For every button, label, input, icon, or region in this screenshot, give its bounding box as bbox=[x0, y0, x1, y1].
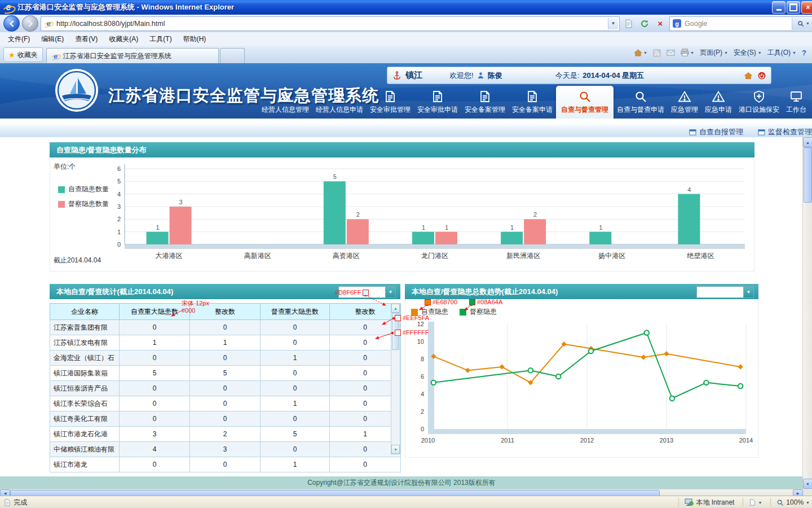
svg-text:高新港区: 高新港区 bbox=[244, 252, 271, 260]
page-menu[interactable]: 页面(P)▼ bbox=[700, 48, 728, 58]
zoom-control[interactable]: 100% ▼ bbox=[770, 498, 812, 507]
menu-help[interactable]: 帮助(H) bbox=[178, 33, 212, 46]
table-row[interactable]: 镇江港国际集装箱5500 bbox=[50, 366, 401, 381]
nav-item-2[interactable]: 经营人信息申请 bbox=[312, 87, 367, 119]
table-row[interactable]: 镇江市港龙石化港3251 bbox=[50, 427, 401, 442]
nav-item-1[interactable]: 经营人信息管理 bbox=[258, 87, 312, 119]
app-header: 江苏省港口安全监管与应急管理系统 镇江 欢迎您! 陈俊 今天是: 2014-04… bbox=[0, 63, 812, 119]
submenu-self-report[interactable]: 自查自报管理 bbox=[689, 127, 743, 137]
scroll-down-button[interactable]: ▼ bbox=[803, 479, 812, 489]
svg-text:0: 0 bbox=[421, 426, 424, 432]
address-toolbar: e ▼ × g ▼ bbox=[0, 15, 812, 33]
vertical-scrollbar[interactable]: ▲ ▼ bbox=[802, 137, 812, 489]
submenu-supervision[interactable]: 监督检查管理 bbox=[758, 127, 812, 137]
menu-edit[interactable]: 编辑(E) bbox=[36, 33, 69, 46]
tools-menu[interactable]: 工具(O)▼ bbox=[767, 48, 796, 58]
nav-item-3[interactable]: 安全审批管理 bbox=[367, 87, 414, 119]
search-box[interactable]: g ▼ bbox=[669, 16, 812, 31]
person-icon bbox=[279, 90, 292, 103]
table-row[interactable]: 金海宏业（镇江）石0010 bbox=[50, 351, 401, 366]
menu-favorites[interactable]: 收藏夹(A) bbox=[103, 33, 144, 46]
mail-button[interactable] bbox=[667, 49, 675, 56]
legend-item: 督察隐患数量 bbox=[58, 199, 109, 209]
svg-text:4: 4 bbox=[687, 186, 691, 193]
value-cell: 1 bbox=[120, 335, 190, 351]
nav-label: 经营人信息管理 bbox=[262, 105, 309, 115]
restore-button[interactable] bbox=[787, 1, 800, 14]
nav-item-8[interactable]: 自查与督查申请 bbox=[614, 87, 668, 119]
window-titlebar: e 江苏省港口安全监管与应急管理系统 - Windows Internet Ex… bbox=[0, 0, 812, 15]
address-bar[interactable]: e ▼ bbox=[41, 16, 620, 31]
table-scrollbar[interactable]: ▲ ▼ bbox=[391, 303, 400, 454]
nav-item-6[interactable]: 安全备案申请 bbox=[509, 87, 556, 119]
refresh-button[interactable] bbox=[638, 17, 651, 30]
scroll-thumb[interactable] bbox=[804, 147, 812, 203]
home-button[interactable]: ▼ bbox=[634, 49, 647, 57]
scroll-thumb[interactable] bbox=[392, 313, 399, 350]
scroll-up-button[interactable]: ▲ bbox=[391, 304, 400, 313]
nav-item-5[interactable]: 安全备案管理 bbox=[461, 87, 509, 119]
svg-text:新民洲港区: 新民洲港区 bbox=[506, 252, 540, 260]
nav-item-9[interactable]: 应急管理 bbox=[668, 87, 701, 119]
svg-text:2: 2 bbox=[421, 408, 424, 415]
stats-table-head: 企业名称自查重大隐患数整改数督查重大隐患数整改数 bbox=[50, 304, 401, 320]
table-row[interactable]: 镇江李长荣综合石0010 bbox=[50, 396, 401, 411]
minimize-button[interactable] bbox=[772, 1, 785, 14]
chevron-down-icon[interactable]: ▼ bbox=[743, 287, 753, 297]
feed-icon[interactable] bbox=[653, 49, 661, 57]
menu-view[interactable]: 查看(V) bbox=[69, 33, 103, 46]
browser-tab[interactable]: e 江苏省港口安全监管与应急管理系统 bbox=[46, 48, 219, 63]
help-button[interactable]: ? bbox=[802, 49, 806, 57]
table-row[interactable]: 中储粮镇江粮油有限4300 bbox=[50, 442, 401, 457]
table-row[interactable]: 镇江市港龙0010 bbox=[50, 457, 401, 472]
value-cell: 1 bbox=[190, 335, 261, 351]
nav-label: 自查与督查管理 bbox=[561, 105, 608, 115]
address-input[interactable] bbox=[55, 19, 606, 28]
print-button[interactable]: ▼ bbox=[681, 49, 694, 57]
table-row[interactable]: 江苏镇江发电有限1100 bbox=[50, 335, 401, 351]
chevron-down-icon[interactable]: ▼ bbox=[385, 287, 395, 297]
chevron-down-icon: ▼ bbox=[806, 21, 810, 25]
table-filter-dropdown[interactable]: ▼ bbox=[338, 286, 396, 298]
company-name-cell: 镇江恒泰沥青产品 bbox=[50, 381, 120, 396]
search-input[interactable] bbox=[683, 19, 789, 28]
value-cell: 2 bbox=[190, 427, 261, 442]
address-dropdown-button[interactable]: ▼ bbox=[608, 18, 618, 29]
shield-icon bbox=[752, 90, 766, 103]
new-tab-stub[interactable] bbox=[220, 48, 245, 63]
back-button[interactable] bbox=[3, 15, 20, 32]
favorites-button[interactable]: ★ 收藏夹 bbox=[3, 47, 43, 62]
menu-file[interactable]: 文件(F) bbox=[2, 33, 36, 46]
nav-item-4[interactable]: 安全审批申请 bbox=[414, 87, 461, 119]
compatibility-view-button[interactable] bbox=[622, 17, 636, 30]
forward-button[interactable] bbox=[22, 15, 38, 32]
trend-filter-dropdown[interactable]: ▼ bbox=[696, 286, 754, 298]
scroll-up-button[interactable]: ▲ bbox=[803, 137, 812, 147]
security-menu[interactable]: 安全(S)▼ bbox=[734, 48, 762, 58]
logout-icon[interactable] bbox=[757, 71, 766, 80]
close-button[interactable]: × bbox=[801, 1, 812, 14]
line-chart-legend: 自查隐患督察隐患 bbox=[411, 307, 497, 317]
nav-item-7[interactable]: 自查与督查管理 bbox=[556, 86, 614, 119]
table-row[interactable]: 镇江奇美化工有限0000 bbox=[50, 411, 401, 427]
search-button[interactable]: ▼ bbox=[792, 17, 812, 30]
table-row[interactable]: 江苏索普集团有限0000 bbox=[50, 320, 401, 335]
home-shortcut-icon[interactable] bbox=[744, 71, 753, 80]
nav-item-10[interactable]: 应急申请 bbox=[701, 87, 735, 119]
page-icon bbox=[749, 499, 756, 506]
menu-tools[interactable]: 工具(T) bbox=[144, 33, 177, 46]
svg-text:3: 3 bbox=[179, 199, 183, 205]
bar-chart-body: 单位:个 自查隐患数量督察隐患数量 截止2014.04.04 0123456大港… bbox=[50, 157, 754, 271]
value-cell: 0 bbox=[261, 381, 330, 396]
nav-label: 经营人信息申请 bbox=[316, 105, 363, 115]
table-row[interactable]: 镇江恒泰沥青产品0000 bbox=[50, 381, 401, 396]
value-cell: 0 bbox=[330, 381, 401, 396]
svg-text:12: 12 bbox=[417, 321, 424, 327]
value-cell: 3 bbox=[120, 427, 190, 442]
nav-item-11[interactable]: 港口设施保安 bbox=[735, 87, 783, 119]
nav-item-12[interactable]: 工作台 bbox=[783, 87, 810, 119]
value-cell: 0 bbox=[261, 335, 330, 351]
stop-button[interactable]: × bbox=[654, 17, 667, 30]
phishing-filter[interactable]: ▼ bbox=[743, 498, 767, 507]
scroll-down-button[interactable]: ▼ bbox=[391, 445, 400, 454]
